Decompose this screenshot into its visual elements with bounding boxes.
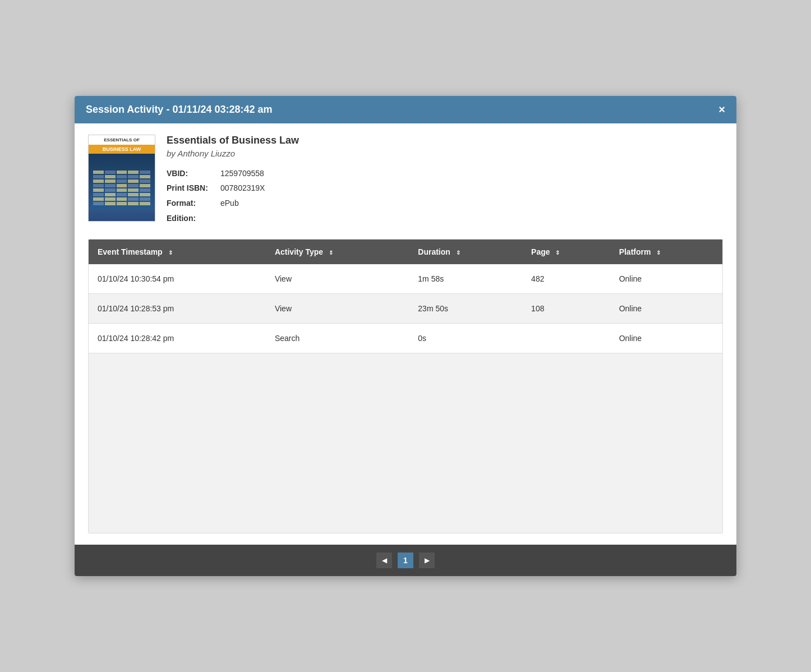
isbn-row: Print ISBN: 007802319X	[167, 181, 723, 196]
sort-icon-activity: ⇕	[329, 250, 333, 256]
book-details: Essentials of Business Law by Anthony Li…	[167, 135, 723, 225]
cell-platform: Online	[610, 264, 722, 294]
col-platform[interactable]: Platform ⇕	[610, 240, 722, 264]
cell-activity_type: View	[266, 264, 409, 294]
sort-icon-platform: ⇕	[656, 250, 661, 256]
table-row: 01/10/24 10:28:53 pmView23m 50s108Online	[89, 294, 722, 324]
modal-title-text: Session Activity -	[86, 104, 169, 115]
modal-header: Session Activity - 01/11/24 03:28:42 am …	[75, 96, 736, 123]
col-activity-type[interactable]: Activity Type ⇕	[266, 240, 409, 264]
cell-event_timestamp: 01/10/24 10:30:54 pm	[89, 264, 266, 294]
col-activity-type-label: Activity Type	[275, 247, 323, 256]
sort-icon-timestamp: ⇕	[168, 250, 173, 256]
cover-bottom	[89, 154, 155, 210]
col-event-timestamp[interactable]: Event Timestamp ⇕	[89, 240, 266, 264]
cell-page	[522, 324, 610, 353]
cell-page: 108	[522, 294, 610, 324]
format-label: Format:	[167, 196, 217, 211]
cell-platform: Online	[610, 294, 722, 324]
table-body: 01/10/24 10:30:54 pmView1m 58s482Online0…	[89, 264, 722, 353]
modal-timestamp: 01/11/24 03:28:42 am	[169, 104, 272, 115]
col-page-label: Page	[531, 247, 550, 256]
session-activity-modal: Session Activity - 01/11/24 03:28:42 am …	[75, 96, 736, 576]
cell-event_timestamp: 01/10/24 10:28:42 pm	[89, 324, 266, 353]
table-header-row: Event Timestamp ⇕ Activity Type ⇕ Durati…	[89, 240, 722, 264]
vbid-label: VBID:	[167, 166, 217, 181]
table-row: 01/10/24 10:28:42 pmSearch0sOnline	[89, 324, 722, 353]
book-title: Essentials of Business Law	[167, 135, 723, 146]
sort-icon-page: ⇕	[555, 250, 560, 256]
empty-area	[89, 353, 722, 533]
activity-table: Event Timestamp ⇕ Activity Type ⇕ Durati…	[89, 240, 722, 353]
building-art	[93, 171, 150, 205]
modal-footer: ◀ 1 ▶	[75, 545, 736, 576]
cell-duration: 0s	[409, 324, 522, 353]
pagination-next-button[interactable]: ▶	[419, 553, 435, 568]
vbid-value: 1259709558	[220, 166, 264, 181]
book-author: by Anthony Liuzzo	[167, 149, 723, 158]
cell-platform: Online	[610, 324, 722, 353]
cell-activity_type: View	[266, 294, 409, 324]
isbn-label: Print ISBN:	[167, 181, 217, 196]
col-duration[interactable]: Duration ⇕	[409, 240, 522, 264]
pagination-prev-button[interactable]: ◀	[376, 553, 392, 568]
col-page[interactable]: Page ⇕	[522, 240, 610, 264]
format-row: Format: ePub	[167, 196, 723, 211]
book-cover: ESSENTIALS OF BUSINESS LAW	[88, 135, 155, 222]
table-header: Event Timestamp ⇕ Activity Type ⇕ Durati…	[89, 240, 722, 264]
col-platform-label: Platform	[619, 247, 651, 256]
close-button[interactable]: ×	[718, 104, 725, 115]
cover-top-text: ESSENTIALS OF	[89, 135, 155, 145]
cell-page: 482	[522, 264, 610, 294]
col-duration-label: Duration	[418, 247, 450, 256]
modal-title: Session Activity - 01/11/24 03:28:42 am	[86, 104, 273, 116]
pagination-current-page: 1	[398, 553, 413, 568]
cell-duration: 1m 58s	[409, 264, 522, 294]
book-info: ESSENTIALS OF BUSINESS LAW	[88, 135, 723, 225]
modal-body: ESSENTIALS OF BUSINESS LAW	[75, 123, 736, 545]
cell-activity_type: Search	[266, 324, 409, 353]
format-value: ePub	[220, 196, 239, 211]
cover-title-band: BUSINESS LAW	[89, 145, 155, 154]
vbid-row: VBID: 1259709558	[167, 166, 723, 181]
book-meta: VBID: 1259709558 Print ISBN: 007802319X …	[167, 166, 723, 225]
edition-row: Edition:	[167, 211, 723, 226]
col-event-timestamp-label: Event Timestamp	[98, 247, 163, 256]
cell-event_timestamp: 01/10/24 10:28:53 pm	[89, 294, 266, 324]
isbn-value: 007802319X	[220, 181, 265, 196]
edition-label: Edition:	[167, 211, 217, 226]
sort-icon-duration: ⇕	[456, 250, 460, 256]
cell-duration: 23m 50s	[409, 294, 522, 324]
activity-table-container: Event Timestamp ⇕ Activity Type ⇕ Durati…	[88, 239, 723, 533]
table-row: 01/10/24 10:30:54 pmView1m 58s482Online	[89, 264, 722, 294]
